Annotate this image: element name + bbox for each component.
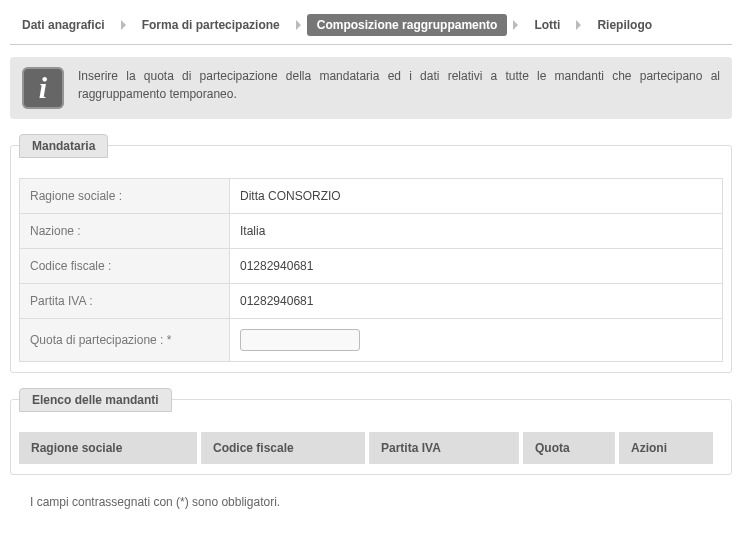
col-partita-iva: Partita IVA: [369, 432, 519, 464]
chevron-right-icon: [296, 20, 301, 30]
step-forma-partecipazione[interactable]: Forma di partecipazione: [132, 14, 290, 36]
chevron-right-icon: [513, 20, 518, 30]
col-ragione-sociale: Ragione sociale: [19, 432, 197, 464]
col-codice-fiscale: Codice fiscale: [201, 432, 365, 464]
chevron-right-icon: [576, 20, 581, 30]
legend-mandataria: Mandataria: [19, 134, 108, 158]
breadcrumb: Dati anagrafici Forma di partecipazione …: [10, 8, 732, 45]
step-lotti[interactable]: Lotti: [524, 14, 570, 36]
row-codice-fiscale: Codice fiscale : 01282940681: [20, 249, 723, 284]
row-partita-iva: Partita IVA : 01282940681: [20, 284, 723, 319]
value-ragione-sociale: Ditta CONSORZIO: [230, 179, 723, 214]
quota-input[interactable]: [240, 329, 360, 351]
label-nazione: Nazione :: [20, 214, 230, 249]
legend-mandanti: Elenco delle mandanti: [19, 388, 172, 412]
col-azioni: Azioni: [619, 432, 713, 464]
label-codice-fiscale: Codice fiscale :: [20, 249, 230, 284]
info-box: i Inserire la quota di partecipazione de…: [10, 57, 732, 119]
panel-mandanti: Elenco delle mandanti Ragione sociale Co…: [10, 399, 732, 475]
value-partita-iva: 01282940681: [230, 284, 723, 319]
table-mandataria: Ragione sociale : Ditta CONSORZIO Nazion…: [19, 178, 723, 362]
label-partita-iva: Partita IVA :: [20, 284, 230, 319]
row-quota: Quota di partecipazione : *: [20, 319, 723, 362]
cell-quota: [230, 319, 723, 362]
value-codice-fiscale: 01282940681: [230, 249, 723, 284]
step-dati-anagrafici[interactable]: Dati anagrafici: [12, 14, 115, 36]
step-composizione-raggruppamento[interactable]: Composizione raggruppamento: [307, 14, 508, 36]
step-riepilogo[interactable]: Riepilogo: [587, 14, 662, 36]
row-nazione: Nazione : Italia: [20, 214, 723, 249]
row-ragione-sociale: Ragione sociale : Ditta CONSORZIO: [20, 179, 723, 214]
value-nazione: Italia: [230, 214, 723, 249]
info-icon: i: [22, 67, 64, 109]
col-quota: Quota: [523, 432, 615, 464]
panel-mandataria: Mandataria Ragione sociale : Ditta CONSO…: [10, 145, 732, 373]
label-quota: Quota di partecipazione : *: [20, 319, 230, 362]
label-ragione-sociale: Ragione sociale :: [20, 179, 230, 214]
required-fields-note: I campi contrassegnati con (*) sono obbl…: [30, 495, 728, 509]
chevron-right-icon: [121, 20, 126, 30]
table-mandanti-header: Ragione sociale Codice fiscale Partita I…: [19, 432, 723, 464]
info-text: Inserire la quota di partecipazione dell…: [78, 67, 720, 103]
